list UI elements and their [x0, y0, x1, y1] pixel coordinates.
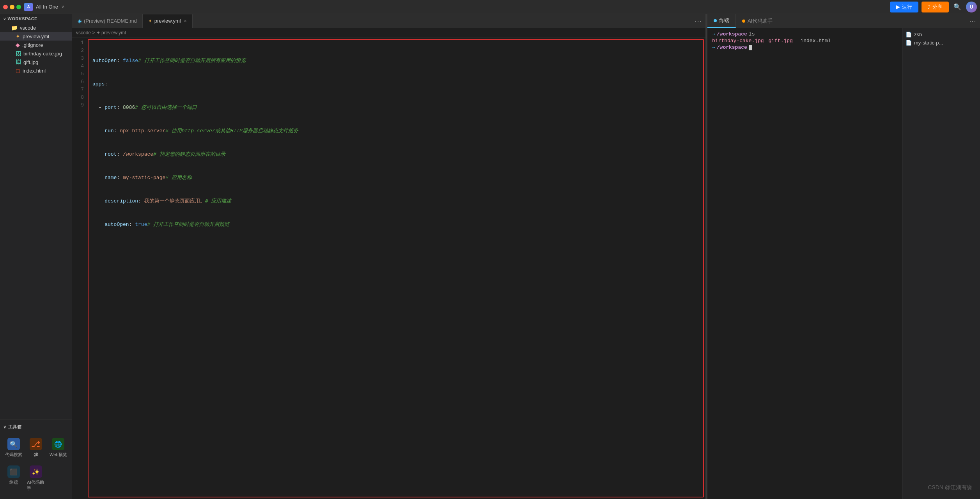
workspace-chevron-icon: ∨ — [3, 17, 6, 21]
right-file-item-static[interactable]: 📄 my-static-p... — [902, 39, 980, 47]
tab-close-preview-yml[interactable]: × — [184, 18, 187, 24]
terminal-tab-dot — [714, 19, 717, 22]
tool-web-preview[interactable]: 🌐 Web预览 — [48, 435, 69, 461]
preview-tab-icon: ◉ — [78, 18, 82, 24]
code-line-2: apps: — [92, 80, 699, 88]
right-file-tree: 📄 zsh 📄 my-static-p... — [902, 28, 980, 499]
ln-4: 4 — [74, 62, 84, 70]
right-panel-more-icon[interactable]: ⋯ — [965, 17, 980, 25]
tool-terminal[interactable]: ⬛ 终端 — [3, 462, 24, 494]
tab-preview-yml[interactable]: ✦ preview.yml × — [143, 14, 193, 28]
code-editor-wrapper[interactable]: 1 2 3 4 5 6 7 8 9 autoOpen: false # 打开工作… — [72, 37, 705, 499]
static-icon: 📄 — [906, 40, 912, 46]
breadcrumb-text: vscode > ✦ preview.yml — [76, 30, 126, 36]
editor-tab-more-icon[interactable]: ⋯ — [691, 17, 705, 25]
editor-area: ◉ (Preview) README.md ✦ preview.yml × ⋯ … — [72, 14, 705, 499]
avatar[interactable]: U — [966, 2, 977, 12]
git-file-icon: ◆ — [16, 42, 20, 48]
sidebar-item-index-html[interactable]: ◻ index.html — [0, 66, 72, 75]
line-numbers: 1 2 3 4 5 6 7 8 9 — [72, 37, 86, 499]
main-layout: ∨ WORKSPACE 📁 vscode ✦ preview.yml ◆ .gi… — [0, 14, 980, 499]
file-tree: 📁 vscode ✦ preview.yml ◆ .gitignore 🖼 bi… — [0, 23, 72, 419]
titlebar-actions: ▶ 运行 ⤴ 分享 🔍 U — [890, 2, 977, 12]
tab-ai-assistant[interactable]: AI代码助手 — [736, 14, 779, 28]
sidebar-item-gitignore[interactable]: ◆ .gitignore — [0, 41, 72, 49]
ln-7: 7 — [74, 86, 84, 94]
ln-6: 6 — [74, 78, 84, 86]
tool-code-search[interactable]: 🔍 代码搜索 — [3, 435, 24, 461]
zsh-icon: 📄 — [906, 32, 912, 37]
file-label-gitignore: .gitignore — [22, 42, 43, 48]
ln-1: 1 — [74, 39, 84, 47]
sidebar-item-preview-yml[interactable]: ✦ preview.yml — [0, 32, 72, 41]
tools-header[interactable]: ∨ 工具箱 — [0, 422, 72, 432]
code-line-4: run: npx http-server # 使用http-server或其他H… — [92, 127, 699, 135]
html-file-icon: ◻ — [16, 67, 20, 74]
ai-tab-label: AI代码助手 — [748, 18, 773, 25]
tab-preview-readme[interactable]: ◉ (Preview) README.md — [72, 14, 143, 28]
run-button[interactable]: ▶ 运行 — [890, 2, 918, 12]
right-panel-tabs: 终端 AI代码助手 ⋯ — [707, 14, 980, 28]
window-controls — [3, 5, 21, 9]
terminal-file-index: index.html — [794, 38, 831, 44]
app-icon: A — [24, 3, 33, 11]
breadcrumb: vscode > ✦ preview.yml — [72, 28, 705, 37]
tools-section: ∨ 工具箱 🔍 代码搜索 ⎇ git 🌐 Web预览 ⬛ 终端 — [0, 419, 72, 499]
terminal-line-output: birthday-cake.jpg gift.jpg index.html — [712, 38, 897, 44]
tab-terminal[interactable]: 终端 — [707, 14, 736, 28]
ai-tool-icon: ✨ — [30, 465, 42, 478]
maximize-window-btn[interactable] — [16, 5, 21, 9]
close-window-btn[interactable] — [3, 5, 8, 9]
img-file-icon-1: 🖼 — [16, 50, 21, 57]
workspace-header[interactable]: ∨ WORKSPACE — [0, 14, 72, 23]
share-icon: ⤴ — [928, 4, 930, 10]
ln-9: 9 — [74, 101, 84, 109]
code-editor: 1 2 3 4 5 6 7 8 9 autoOpen: false # 打开工作… — [72, 37, 705, 499]
sidebar: ∨ WORKSPACE 📁 vscode ✦ preview.yml ◆ .gi… — [0, 14, 72, 499]
ln-2: 2 — [74, 47, 84, 55]
terminal-path-1: /workspace — [717, 31, 747, 37]
sidebar-item-birthday-cake[interactable]: 🖼 birthday-cake.jpg — [0, 49, 72, 58]
yaml-tab-icon: ✦ — [148, 18, 152, 24]
tool-git[interactable]: ⎇ git — [25, 435, 46, 461]
file-label-birthday-cake: birthday-cake.jpg — [23, 51, 62, 57]
file-label-index-html: index.html — [23, 68, 46, 74]
terminal-line-prompt: → /workspace — [712, 44, 897, 50]
app-chevron-icon: ∨ — [61, 4, 64, 9]
app-name-label: All In One — [36, 4, 58, 10]
file-label-gift: gift.jpg — [23, 59, 38, 65]
tab-label-preview-yml: preview.yml — [154, 18, 181, 24]
sidebar-item-vscode[interactable]: 📁 vscode — [0, 23, 72, 32]
file-label-preview-yml: preview.yml — [23, 34, 49, 39]
terminal-prompt-arrow-2: → — [712, 44, 715, 50]
terminal-line-cmd: → /workspace ls — [712, 31, 897, 37]
ln-5: 5 — [74, 70, 84, 78]
zsh-label: zsh — [914, 32, 922, 37]
tools-label: 工具箱 — [8, 424, 22, 430]
share-button[interactable]: ⤴ 分享 — [922, 2, 949, 12]
sidebar-item-gift[interactable]: 🖼 gift.jpg — [0, 58, 72, 66]
terminal-file-birthday: birthday-cake.jpg — [712, 38, 764, 44]
tool-label-terminal: 终端 — [9, 479, 18, 485]
workspace-label: WORKSPACE — [8, 16, 37, 21]
tool-label-web-preview: Web预览 — [50, 452, 67, 458]
folder-icon: 📁 — [11, 25, 18, 31]
right-file-item-zsh[interactable]: 📄 zsh — [902, 30, 980, 39]
right-file-panel: 📄 zsh 📄 my-static-p... — [902, 28, 980, 499]
search-icon-button[interactable]: 🔍 — [952, 2, 963, 12]
tool-ai-assistant[interactable]: ✨ AI代码助手 — [25, 462, 46, 494]
tab-label-preview-readme: (Preview) README.md — [84, 18, 137, 24]
right-panel: 终端 AI代码助手 ⋯ → /workspace ls birthday-cak… — [707, 14, 980, 499]
terminal-command-1: ls — [749, 31, 755, 37]
search-tool-icon: 🔍 — [7, 438, 20, 450]
code-line-5: root: /workspace # 指定您的静态页面所在的目录 — [92, 151, 699, 158]
img-file-icon-2: 🖼 — [16, 59, 21, 65]
tool-label-git: git — [34, 452, 38, 456]
terminal-prompt-arrow-1: → — [712, 31, 715, 37]
minimize-window-btn[interactable] — [10, 5, 14, 9]
tool-label-ai: AI代码助手 — [27, 479, 44, 491]
code-content[interactable]: autoOpen: false # 打开工作空间时是否自动开启所有应用的预览 a… — [88, 39, 704, 497]
terminal-path-2: /workspace — [717, 44, 747, 50]
run-icon: ▶ — [896, 4, 900, 10]
tools-grid: 🔍 代码搜索 ⎇ git 🌐 Web预览 ⬛ 终端 ✨ AI代码助手 — [0, 432, 72, 497]
